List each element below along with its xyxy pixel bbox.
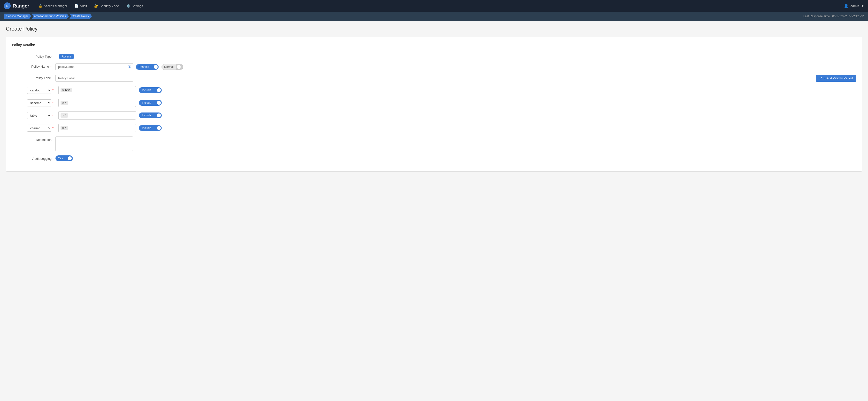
table-field-select[interactable]: table [27, 112, 51, 119]
nav-security-zone[interactable]: 🔐 Security Zone [91, 2, 122, 10]
normal-toggle[interactable]: Normal [161, 64, 183, 70]
navbar: R Ranger 🔒 Access Manager 📄 Audit 🔐 Secu… [0, 0, 868, 12]
schema-field-select[interactable]: schema [27, 99, 51, 107]
table-tag-value: * [65, 114, 66, 117]
column-include-toggle[interactable]: Include [139, 125, 162, 131]
schema-tag-remove[interactable]: ✕ [62, 101, 64, 105]
catalog-include-text: Include [139, 88, 154, 93]
resource-row-table: table * ✕ * Include [12, 111, 856, 119]
description-textarea[interactable] [56, 137, 133, 151]
policy-details-card: Policy Details: ⏱ + Add Validity Period … [6, 37, 862, 172]
table-include-toggle[interactable]: Include [139, 113, 162, 118]
resource-row-catalog: catalog * ✕ hive Include [12, 86, 856, 94]
policy-name-control: ⓘ Enabled Normal [56, 63, 225, 70]
policy-type-row: Policy Type Access [12, 54, 856, 59]
table-include-switch[interactable] [154, 113, 161, 118]
catalog-tag-input[interactable]: ✕ hive [58, 86, 136, 94]
audit-icon: 📄 [74, 4, 79, 8]
nav-audit-label: Audit [80, 4, 87, 8]
schema-include-toggle[interactable]: Include [139, 100, 162, 106]
breadcrumb-policies[interactable]: amazonemrtrino Policies [32, 13, 69, 19]
audit-logging-label: Audit Logging [12, 155, 56, 161]
column-include-text: Include [139, 125, 154, 131]
yes-toggle-switch[interactable] [65, 156, 73, 161]
column-tag-input[interactable]: ✕ * [58, 124, 136, 132]
normal-toggle-knob [177, 65, 181, 69]
column-include-knob [157, 126, 161, 130]
resource-row-schema: schema * ✕ * Include [12, 99, 856, 107]
admin-chevron-icon: ▼ [861, 4, 864, 8]
policy-label-label: Policy Label [12, 75, 56, 80]
normal-toggle-text: Normal [162, 64, 176, 69]
policy-label-row: Policy Label [12, 75, 856, 82]
schema-tag-input[interactable]: ✕ * [58, 99, 136, 107]
page-content: Create Policy Policy Details: ⏱ + Add Va… [0, 21, 868, 176]
policy-name-required: * [51, 65, 52, 68]
catalog-tag-value: hive [65, 88, 70, 92]
policy-label-input-wrap [56, 75, 133, 82]
schema-include-knob [157, 101, 161, 105]
schema-include-switch[interactable] [154, 100, 161, 106]
column-tag-value: * [65, 126, 66, 130]
table-tag-input[interactable]: ✕ * [58, 111, 136, 119]
audit-logging-control: Yes [56, 155, 225, 161]
breadcrumb-bar: Service Manager amazonemrtrino Policies … [0, 12, 868, 21]
table-tag-remove[interactable]: ✕ [62, 114, 64, 117]
nav-settings-label: Settings [132, 4, 143, 8]
logo-text: R [6, 4, 8, 7]
policy-details-title: Policy Details: [12, 43, 856, 49]
description-label: Description [12, 137, 56, 142]
brand[interactable]: R Ranger [4, 2, 29, 9]
table-include-knob [157, 113, 161, 117]
lock-icon: 🔒 [38, 4, 42, 8]
last-response-label: Last Response Time : [803, 15, 831, 18]
schema-include-text: Include [139, 100, 154, 106]
policy-name-row: Policy Name * ⓘ Enabled Normal [12, 63, 856, 70]
enabled-toggle-switch[interactable] [152, 64, 158, 69]
catalog-required: * [52, 88, 54, 92]
policy-type-badge: Access [59, 54, 73, 59]
yes-toggle-knob [68, 156, 72, 160]
ranger-logo: R [4, 2, 11, 9]
table-required: * [52, 114, 54, 117]
admin-menu[interactable]: 👤 admin ▼ [844, 4, 864, 8]
policy-name-label: Policy Name * [12, 63, 56, 68]
catalog-field-select[interactable]: catalog [27, 87, 51, 94]
security-icon: 🔐 [94, 4, 98, 8]
gear-icon: ⚙️ [126, 4, 130, 8]
enabled-toggle[interactable]: Enabled [136, 64, 159, 70]
column-field-select[interactable]: column [27, 124, 51, 132]
catalog-include-switch[interactable] [154, 88, 161, 93]
catalog-include-toggle[interactable]: Include [139, 87, 162, 93]
nav-access-manager-label: Access Manager [44, 4, 67, 8]
add-validity-button[interactable]: ⏱ + Add Validity Period [816, 75, 856, 82]
nav-security-zone-label: Security Zone [99, 4, 119, 8]
column-tag: ✕ * [61, 126, 68, 130]
normal-toggle-switch[interactable] [176, 64, 183, 69]
schema-tag: ✕ * [61, 101, 68, 105]
brand-name: Ranger [12, 3, 29, 9]
audit-logging-row: Audit Logging Yes [12, 155, 856, 161]
breadcrumb-create-policy[interactable]: Create Policy [69, 13, 92, 19]
last-response-value: 06/17/2022 05:22:12 PM [832, 15, 864, 18]
policy-label-input[interactable] [56, 75, 133, 82]
catalog-tag-remove[interactable]: ✕ [62, 89, 64, 92]
policy-type-label: Policy Type [12, 55, 56, 58]
catalog-tag-hive: ✕ hive [61, 88, 72, 92]
audit-logging-toggle[interactable]: Yes [56, 155, 73, 161]
clock-icon: ⏱ [819, 76, 823, 80]
policy-name-input-wrap: ⓘ [56, 63, 133, 70]
policy-name-info-icon[interactable]: ⓘ [128, 65, 131, 69]
schema-tag-value: * [65, 101, 66, 105]
enabled-toggle-text: Enabled [136, 64, 152, 69]
breadcrumb-service-manager[interactable]: Service Manager [4, 13, 31, 19]
description-control [56, 137, 225, 151]
policy-name-input[interactable] [56, 63, 133, 70]
nav-access-manager[interactable]: 🔒 Access Manager [35, 2, 71, 10]
nav-audit[interactable]: 📄 Audit [71, 2, 91, 10]
policy-type-left: Policy Type Access [12, 54, 73, 59]
description-row: Description [12, 137, 856, 151]
column-include-switch[interactable] [154, 125, 161, 131]
nav-settings[interactable]: ⚙️ Settings [123, 2, 147, 10]
column-tag-remove[interactable]: ✕ [62, 126, 64, 130]
